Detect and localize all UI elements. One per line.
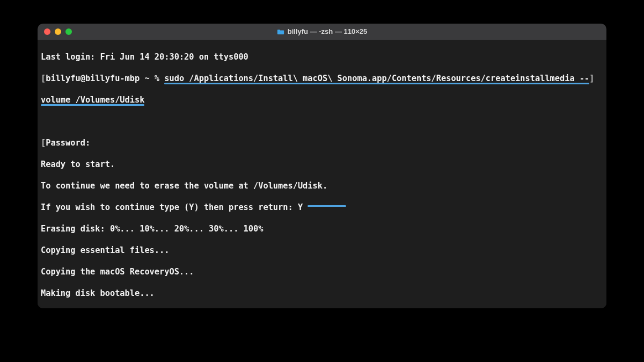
line-erasing: Erasing disk: 0%... 10%... 20%... 30%...… (41, 223, 603, 234)
terminal-window: billyfu — -zsh — 110×25 Last login: Fri … (38, 24, 606, 308)
titlebar: billyfu — -zsh — 110×25 (38, 24, 606, 40)
highlight-underline-icon (164, 83, 589, 84)
password-label: Password: (46, 138, 90, 148)
line-erase-notice: To continue we need to erase the volume … (41, 180, 603, 191)
line-command-1: [billyfu@billyfu-mbp ~ % sudo /Applicati… (41, 73, 603, 84)
terminal-body[interactable]: Last login: Fri Jun 14 20:30:20 on ttys0… (38, 40, 606, 308)
line-last-login: Last login: Fri Jun 14 20:30:20 on ttys0… (41, 52, 603, 62)
line-blank (41, 116, 603, 127)
highlight-underline-icon (41, 104, 144, 106)
window-controls (38, 28, 72, 35)
close-icon[interactable] (44, 28, 50, 35)
line-making-bootable: Making disk bootable... (41, 288, 603, 299)
minimize-icon[interactable] (55, 28, 61, 35)
command-part-2-highlight: volume /Volumes/Udisk (41, 95, 144, 105)
line-command-2: volume /Volumes/Udisk (41, 95, 603, 105)
confirm-text: If you wish to continue type (Y) then pr… (41, 202, 303, 212)
line-password: [Password: (41, 137, 603, 148)
line-confirm: If you wish to continue type (Y) then pr… (41, 202, 603, 213)
highlight-underline-icon (308, 205, 346, 207)
folder-icon (277, 28, 284, 34)
window-title-wrap: billyfu — -zsh — 110×25 (38, 27, 606, 37)
command-part-2-text: volume /Volumes/Udisk (41, 95, 144, 105)
line-copy-recovery: Copying the macOS RecoveryOS... (41, 266, 603, 277)
prompt-prefix: billyfu@billyfu-mbp ~ % (46, 74, 164, 83)
line-copy-essential: Copying essential files... (41, 245, 603, 256)
command-part-1-text: sudo /Applications/Install\ macOS\ Sonom… (164, 74, 589, 83)
line-ready: Ready to start. (41, 159, 603, 170)
window-title: billyfu — -zsh — 110×25 (288, 27, 367, 35)
command-part-1-highlight: sudo /Applications/Install\ macOS\ Sonom… (164, 73, 589, 84)
zoom-icon[interactable] (65, 28, 72, 35)
